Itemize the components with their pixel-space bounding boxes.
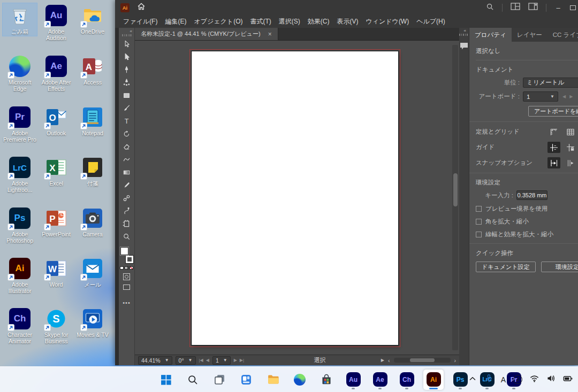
desktop-icon-edge[interactable]: Microsoft Edge: [3, 54, 37, 94]
taskbar-task-view-icon[interactable]: [209, 370, 230, 390]
curvature-tool[interactable]: [120, 76, 134, 89]
menu-item-5[interactable]: 効果(C): [304, 17, 333, 26]
taskbar-widgets-icon[interactable]: [236, 370, 256, 390]
canvas[interactable]: [135, 41, 459, 355]
desktop-icon-word[interactable]: WWord: [39, 256, 73, 289]
menu-item-1[interactable]: 編集(E): [161, 17, 190, 26]
show-guides-icon[interactable]: [547, 142, 560, 153]
maximize-icon[interactable]: [570, 5, 576, 10]
next-artboard-arrow-icon[interactable]: ▶: [569, 94, 573, 99]
edit-artboards-button[interactable]: アートボードを編集: [528, 106, 578, 117]
taskbar-character-animator-icon[interactable]: Ch: [397, 370, 417, 390]
workspace-switcher-icon[interactable]: [528, 3, 538, 12]
taskbar-photoshop-icon[interactable]: Ps: [450, 370, 470, 390]
selection-tool[interactable]: [120, 38, 134, 50]
draw-mode-icon[interactable]: [123, 273, 130, 280]
tray-microphone-icon[interactable]: [484, 374, 493, 385]
blend-tool[interactable]: [120, 192, 134, 204]
tray-hidden-icons-chevron-icon[interactable]: [468, 374, 477, 385]
artboard-navigation-dropdown[interactable]: 1 ▼: [212, 356, 231, 365]
toolbar-collapse-icon[interactable]: «: [130, 29, 134, 34]
snap-to-point-icon[interactable]: [547, 157, 560, 168]
gradient-swatch-icon[interactable]: [125, 266, 128, 270]
tray-wifi-icon[interactable]: [530, 374, 539, 385]
desktop-icon-notepad[interactable]: Notepad: [75, 105, 110, 137]
menu-item-6[interactable]: 表示(V): [333, 17, 362, 26]
vertical-scrollbar[interactable]: [452, 45, 458, 350]
panel-tab[interactable]: CC ライブラリ: [547, 28, 578, 42]
dock-grip[interactable]: [459, 34, 469, 36]
artboard[interactable]: [192, 51, 398, 345]
artboard-dropdown[interactable]: 1 ▼: [523, 91, 558, 102]
snap-to-grid-icon[interactable]: [564, 157, 577, 168]
menu-item-2[interactable]: オブジェクト(O): [190, 17, 246, 26]
zoom-level-dropdown[interactable]: 44.41% ▼: [138, 356, 172, 365]
color-swatch-icon[interactable]: [120, 266, 124, 270]
lock-guides-icon[interactable]: [564, 142, 577, 153]
close-document-icon[interactable]: ×: [268, 30, 272, 38]
preferences-button[interactable]: 環境設定: [541, 262, 578, 272]
checkbox-0[interactable]: [476, 206, 482, 212]
arrange-documents-icon[interactable]: [511, 3, 520, 12]
eraser-tool[interactable]: [120, 141, 134, 153]
desktop-icon-outlook[interactable]: OOutlook: [39, 105, 73, 137]
panel-tab[interactable]: レイヤー: [512, 28, 547, 42]
desktop-icon-audition[interactable]: AuAdobe Audition: [39, 3, 73, 43]
vertical-scrollbar-thumb[interactable]: [453, 173, 458, 206]
ruler-icon[interactable]: [547, 126, 560, 137]
paintbrush-tool[interactable]: [120, 102, 134, 114]
screen-mode-icon[interactable]: [123, 285, 130, 290]
desktop-icon-lightroom[interactable]: LrCAdobe Lightroo...: [3, 155, 37, 195]
edit-toolbar-icon[interactable]: •••: [123, 299, 131, 306]
tray-ime-a-icon[interactable]: A: [501, 375, 506, 384]
shaper-tool[interactable]: [120, 153, 134, 166]
rectangle-tool[interactable]: [120, 89, 134, 102]
taskbar-store-icon[interactable]: [316, 370, 337, 390]
checkbox-2[interactable]: [476, 232, 482, 237]
desktop-icon-mail[interactable]: メール: [75, 256, 110, 289]
menu-item-0[interactable]: ファイル(F): [119, 17, 161, 26]
comments-panel-icon[interactable]: [459, 42, 469, 52]
menu-item-7[interactable]: ウィンドウ(W): [362, 17, 413, 26]
stroke-swatch[interactable]: [126, 256, 133, 263]
pen-tool[interactable]: [120, 64, 134, 76]
home-icon[interactable]: [137, 2, 146, 13]
taskbar-audition-icon[interactable]: Au: [343, 370, 363, 390]
scroll-right-icon[interactable]: ›: [454, 357, 457, 364]
panel-tab[interactable]: プロパティ: [469, 28, 512, 42]
desktop-icon-camera[interactable]: Camera: [75, 206, 110, 239]
menu-item-4[interactable]: 選択(S): [275, 17, 304, 26]
zoom-tool[interactable]: [120, 230, 134, 243]
checkbox-1[interactable]: [476, 219, 482, 225]
dock-collapse-icon[interactable]: «: [464, 28, 469, 33]
symbol-sprayer-tool[interactable]: [120, 205, 134, 217]
rotation-dropdown[interactable]: 0° ▼: [176, 356, 196, 365]
menu-item-8[interactable]: ヘルプ(H): [413, 17, 449, 26]
minimize-icon[interactable]: –: [554, 4, 562, 12]
horizontal-scrollbar[interactable]: [394, 358, 451, 363]
fill-stroke-indicator[interactable]: [120, 247, 133, 263]
status-menu-arrow-icon[interactable]: ▶: [381, 358, 384, 363]
taskbar-after-effects-icon[interactable]: Ae: [370, 370, 390, 390]
document-setup-button[interactable]: ドキュメント設定: [476, 262, 536, 272]
desktop-icon-illustrator[interactable]: AiAdobe Illustrator: [3, 256, 37, 296]
document-tab[interactable]: 名称未設定-1 @ 44.41 % (CMYK/プレビュー) ×: [135, 28, 278, 40]
taskbar-start-icon[interactable]: [156, 370, 176, 390]
desktop-icon-photoshop[interactable]: PsAdobe Photoshop: [3, 206, 37, 245]
desktop-icon-character-animator[interactable]: ChCharacter Animator: [3, 306, 37, 346]
next-artboard-icon[interactable]: ▶: [234, 358, 237, 363]
desktop-icon-onedrive[interactable]: OneDrive: [75, 3, 110, 36]
taskbar-edge-icon[interactable]: [290, 370, 310, 390]
grid-icon[interactable]: [564, 126, 577, 137]
taskbar-illustrator-icon[interactable]: Ai: [423, 370, 444, 390]
eyedropper-tool[interactable]: [120, 179, 134, 191]
horizontal-scrollbar-thumb[interactable]: [410, 358, 435, 362]
toolbar-grip[interactable]: [122, 34, 132, 36]
previous-artboard-arrow-icon[interactable]: ◀: [562, 94, 566, 99]
first-artboard-icon[interactable]: |◀: [199, 358, 203, 363]
last-artboard-icon[interactable]: ▶|: [240, 358, 244, 363]
desktop-icon-after-effects[interactable]: AeAdobe After Effects: [39, 54, 73, 94]
desktop-icon-skype[interactable]: SSkype for Business: [39, 306, 73, 346]
keyboard-increment-input[interactable]: 0.3528 mm: [516, 190, 547, 200]
search-icon[interactable]: [486, 3, 494, 13]
